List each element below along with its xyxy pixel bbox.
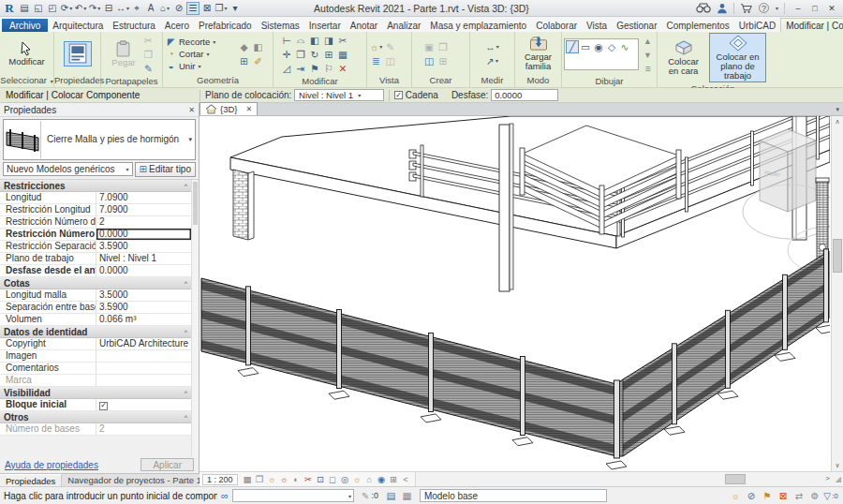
recorte-menu-dropdown[interactable]: ▾ xyxy=(213,38,215,45)
sync-with-central-icon[interactable]: ⟳▾ xyxy=(60,2,73,15)
ribbon-tab-gestionar[interactable]: Gestionar xyxy=(612,19,661,32)
thin-lines-icon[interactable]: ☰ xyxy=(186,2,200,15)
sync-with-central-icon-dropdown[interactable]: ▾ xyxy=(69,5,72,11)
help-dropdown-icon[interactable]: ▾ xyxy=(776,5,778,11)
temporary-hide-isolate-icon[interactable]: ◎ xyxy=(339,473,351,485)
measure-icon[interactable]: ↔▾ xyxy=(116,2,129,15)
close-button[interactable]: ✕ xyxy=(824,2,839,15)
measure-between-refs-icon-dropdown[interactable]: ▾ xyxy=(496,43,499,50)
properties-close-icon[interactable]: ✕ xyxy=(188,106,195,114)
ribbon-tab-complementos[interactable]: Complementos xyxy=(662,19,734,32)
ribbon-tab-anotar[interactable]: Anotar xyxy=(346,19,382,32)
unir-menu-dropdown[interactable]: ▾ xyxy=(198,63,200,69)
cargar-familia-button[interactable]: Cargar familia xyxy=(517,34,559,73)
ui-windows-icon[interactable]: ▤ xyxy=(18,2,31,15)
horizontal-scroll-thumb[interactable] xyxy=(725,474,746,484)
base-model-field[interactable]: Modelo base xyxy=(420,489,607,502)
colocar-en-cara-button[interactable]: Colocar en cara xyxy=(659,37,707,78)
property-value[interactable]: Nivel : Nivel 1 xyxy=(96,253,191,264)
vertical-scroll-thumb[interactable] xyxy=(833,239,842,273)
crop-view-off-icon[interactable]: ✂ xyxy=(303,473,315,485)
scroll-right-icon[interactable]: > xyxy=(825,474,830,482)
property-value[interactable]: 3.5900 xyxy=(96,302,191,313)
property-value[interactable]: 0.0000 xyxy=(96,229,191,240)
draw-scroll-up-icon[interactable]: ▴ xyxy=(641,33,655,47)
panel-label-medir[interactable]: Medir xyxy=(470,75,514,87)
split-face-icon[interactable]: ◧ xyxy=(251,39,265,53)
modificar-button[interactable]: Modificar xyxy=(5,39,49,68)
ribbon-tab-modificar-colocar-componente[interactable]: Modificar | Colocar Componente xyxy=(780,18,843,32)
family-filter-select[interactable]: Nuevo Modelos genéricos▾ xyxy=(3,162,133,176)
model-text-icon[interactable]: A xyxy=(144,2,157,15)
scale-icon[interactable]: ◿ xyxy=(280,61,294,75)
offset-icon[interactable]: ⌓ xyxy=(294,33,308,47)
redo-icon-dropdown[interactable]: ▾ xyxy=(97,5,100,11)
property-value[interactable]: 3.5000 xyxy=(96,289,191,301)
panel-label-modo[interactable]: Modo xyxy=(515,75,561,87)
maximize-button[interactable]: □ xyxy=(807,2,822,15)
detail-level-icon[interactable]: ▦ xyxy=(242,473,254,485)
undo-icon-dropdown[interactable]: ▾ xyxy=(83,5,86,11)
propiedades-button[interactable] xyxy=(64,41,92,67)
show-crop-region-icon[interactable]: ⊡ xyxy=(315,473,327,485)
worksharing-display-icon[interactable]: ◉ xyxy=(376,473,388,485)
resize-grip-icon[interactable]: ◢ xyxy=(832,475,843,483)
workset-combobox[interactable]: ▾ xyxy=(232,489,354,502)
open-icon[interactable]: ◱ xyxy=(32,2,45,15)
section-collapse-icon[interactable]: ^ xyxy=(185,411,187,423)
unir-menu[interactable]: ◒Unir▾ xyxy=(165,60,235,72)
undo-icon[interactable]: ↶▾ xyxy=(74,2,87,15)
unpin-icon[interactable]: ⚐ xyxy=(322,61,336,75)
property-section-otros[interactable]: Otros^ xyxy=(0,411,191,423)
measure-along-element-icon[interactable]: ↗▾ xyxy=(485,53,499,67)
palette-tab-propiedades[interactable]: Propiedades xyxy=(0,474,62,486)
panel-label-propiedades[interactable]: Propiedades xyxy=(54,75,100,87)
design-options-dialog-icon[interactable]: ▦ xyxy=(400,489,414,503)
measure-between-refs-icon[interactable]: ↔▾ xyxy=(485,39,499,53)
cortar-menu-dropdown[interactable]: ▾ xyxy=(206,51,209,57)
property-value[interactable]: 7.0900 xyxy=(96,204,191,215)
demolish-icon[interactable]: ✐ xyxy=(251,53,265,67)
property-section-datos-de-identidad[interactable]: Datos de identidad^ xyxy=(0,326,191,338)
recorte-menu[interactable]: ◤Recorte▾ xyxy=(165,36,235,48)
pin-icon[interactable]: ⚑ xyxy=(308,61,322,75)
measure-icon-dropdown[interactable]: ▾ xyxy=(126,5,129,11)
mirror-pick-axis-icon[interactable]: ◧ xyxy=(308,33,322,47)
ribbon-tab-prefabricado[interactable]: Prefabricado xyxy=(194,19,257,32)
aligned-dimension-icon[interactable]: ⌖ xyxy=(130,2,143,15)
section-collapse-icon[interactable]: ^ xyxy=(185,180,187,192)
type-selector[interactable]: Cierre Malla y pies de hormigón ▾ xyxy=(3,119,196,160)
ribbon-tab-estructura[interactable]: Estructura xyxy=(108,19,160,32)
property-checkbox[interactable]: ✓ xyxy=(99,402,108,410)
ribbon-tab-sistemas[interactable]: Sistemas xyxy=(257,19,304,32)
edit-type-button[interactable]: ⊞ Editar tipo xyxy=(135,162,196,177)
drag-elements-icon[interactable]: ⇄ xyxy=(792,489,806,502)
matrix-icon[interactable]: ▦ xyxy=(336,47,350,61)
scroll-down-icon[interactable]: ∨ xyxy=(832,460,843,471)
property-value[interactable] xyxy=(96,375,191,386)
panel-label-geometria[interactable]: Geometría xyxy=(163,75,273,87)
linework-icon[interactable]: ≣ xyxy=(369,53,383,67)
split-element-icon[interactable]: ✂ xyxy=(336,33,350,47)
horizontal-scrollbar[interactable]: > xyxy=(416,472,832,487)
sun-path-off-icon[interactable]: ☼ xyxy=(266,473,278,485)
paint-icon[interactable]: ◆ xyxy=(237,39,251,53)
mirror-draw-axis-icon[interactable]: ◨ xyxy=(322,33,336,47)
3d-view-model[interactable]: FRONT xyxy=(200,116,830,471)
sign-in-person-icon[interactable] xyxy=(717,3,728,14)
switch-windows-icon-dropdown[interactable]: ▾ xyxy=(224,5,227,11)
line-tool-icon[interactable]: ╱ xyxy=(566,40,579,53)
canvas[interactable]: FRONT xyxy=(200,116,831,471)
press-drag-icon[interactable]: ⚑ xyxy=(761,489,774,502)
ribbon-tab-archivo[interactable]: Archivo xyxy=(2,19,48,32)
cortar-menu[interactable]: ◔Cortar▾ xyxy=(165,48,235,60)
redo-icon[interactable]: ↷▾ xyxy=(88,2,101,15)
save-icon[interactable]: ◰ xyxy=(46,2,59,15)
shadows-off-icon[interactable]: ☼ xyxy=(278,473,290,485)
property-value[interactable]: 7.0900 xyxy=(96,192,191,203)
section-collapse-icon[interactable]: ^ xyxy=(185,326,187,338)
offset-input[interactable]: 0.0000 xyxy=(491,89,558,101)
property-value[interactable]: 3.5900 xyxy=(96,241,191,252)
collapse-bar-icon[interactable]: < xyxy=(400,473,412,485)
section-collapse-icon[interactable]: ^ xyxy=(185,277,187,289)
